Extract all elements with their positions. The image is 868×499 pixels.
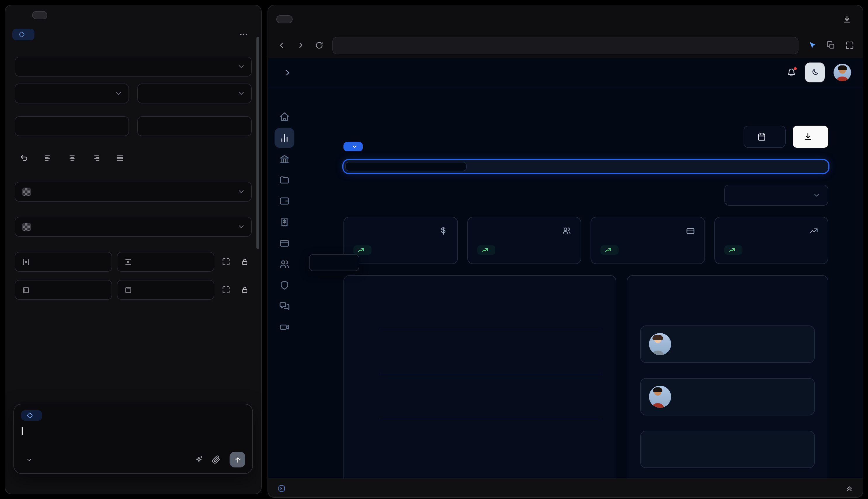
- export-data-button[interactable]: [793, 126, 828, 148]
- sidebar-item-organization[interactable]: [279, 154, 290, 164]
- inspect-cursor-button[interactable]: [804, 38, 819, 53]
- sidebar-item-video[interactable]: [279, 322, 290, 332]
- revenue-card: [344, 275, 616, 479]
- selection-overlay-badge[interactable]: [344, 142, 363, 151]
- tab-reports[interactable]: [586, 162, 706, 171]
- align-right-icon: [91, 154, 100, 162]
- console-expand-button[interactable]: [845, 484, 853, 492]
- align-justify-button[interactable]: [113, 151, 127, 165]
- model-select[interactable]: [22, 456, 33, 463]
- enhance-prompt-button[interactable]: [195, 455, 203, 464]
- letter-spacing-input[interactable]: [137, 116, 252, 136]
- tab-analytics[interactable]: [467, 162, 586, 171]
- send-button[interactable]: [230, 452, 245, 467]
- arrow-right-icon: [296, 41, 305, 50]
- console-bar[interactable]: [268, 478, 863, 497]
- chat-composer[interactable]: [13, 404, 253, 474]
- font-weight-select[interactable]: [15, 84, 129, 104]
- home-icon: [279, 112, 290, 122]
- sidebar-item-analytics[interactable]: [279, 133, 290, 143]
- transaction-row[interactable]: [640, 378, 815, 415]
- sidebar-item-members[interactable]: [279, 259, 290, 269]
- line-height-input[interactable]: [15, 116, 129, 136]
- sidebar-item-invoices[interactable]: [279, 217, 290, 227]
- align-center-button[interactable]: [65, 151, 79, 165]
- attach-file-button[interactable]: [212, 455, 221, 464]
- sidebar-item-security[interactable]: [279, 280, 290, 290]
- moon-icon: [810, 68, 819, 77]
- theme-toggle-button[interactable]: [805, 63, 825, 83]
- tab-code[interactable]: [298, 16, 314, 23]
- align-left-button[interactable]: [41, 151, 55, 165]
- sidebar-item-messages[interactable]: [279, 301, 290, 312]
- reset-alignment-button[interactable]: [17, 151, 31, 165]
- trend-badge: [600, 245, 619, 255]
- tab-preview[interactable]: [276, 15, 293, 23]
- preview-panel: [268, 5, 863, 498]
- trending-up-icon: [481, 246, 488, 254]
- expand-icon: [222, 286, 230, 294]
- padding-x-input[interactable]: [15, 280, 112, 300]
- padding-lock-button[interactable]: [238, 283, 252, 297]
- compare-select[interactable]: [724, 185, 828, 206]
- download-button[interactable]: [839, 12, 855, 27]
- composer-context-chip[interactable]: [21, 410, 42, 421]
- fullscreen-button[interactable]: [842, 38, 857, 53]
- back-button[interactable]: [274, 38, 289, 53]
- no-decoration-button[interactable]: [235, 151, 249, 165]
- lock-icon: [241, 286, 249, 294]
- padding-expand-button[interactable]: [219, 283, 233, 297]
- panel-scrollbar[interactable]: [257, 37, 259, 249]
- selected-component-badge[interactable]: [12, 29, 35, 40]
- chevron-right-icon: [283, 68, 292, 77]
- tab-overview[interactable]: [345, 162, 467, 171]
- tab-chat[interactable]: [13, 12, 27, 19]
- undo-icon: [20, 154, 28, 162]
- tab-notifications[interactable]: [706, 162, 827, 171]
- composer-input[interactable]: [21, 427, 245, 436]
- background-select[interactable]: [15, 217, 252, 236]
- sidebar-item-home[interactable]: [279, 112, 290, 122]
- copy-button[interactable]: [823, 38, 838, 53]
- url-input[interactable]: [332, 37, 798, 54]
- font-family-select[interactable]: [15, 57, 252, 76]
- padding-y-input[interactable]: [117, 280, 214, 300]
- transaction-row[interactable]: [640, 326, 815, 363]
- margin-x-input[interactable]: [15, 252, 112, 272]
- margin-y-input[interactable]: [117, 252, 214, 272]
- padding-vertical-icon: [124, 286, 132, 294]
- cursor-pointer-icon: [808, 41, 816, 50]
- margin-lock-button[interactable]: [238, 255, 252, 269]
- app-navbar: [268, 58, 863, 88]
- user-avatar[interactable]: [833, 64, 851, 82]
- chevron-down-icon: [26, 456, 33, 463]
- calendar-icon: [757, 132, 766, 142]
- video-icon: [279, 322, 290, 332]
- v0-workspace: [0, 0, 868, 499]
- trend-badge: [477, 245, 495, 255]
- italic-button[interactable]: [140, 151, 153, 165]
- chevron-down-icon: [237, 89, 245, 98]
- more-options-button[interactable]: [237, 27, 251, 41]
- underline-button[interactable]: [187, 151, 201, 165]
- align-right-button[interactable]: [89, 151, 103, 165]
- transaction-avatar: [649, 333, 671, 355]
- font-size-select[interactable]: [137, 84, 252, 104]
- tab-design[interactable]: [32, 11, 47, 19]
- stats-grid: [344, 217, 828, 264]
- notifications-button[interactable]: [787, 68, 796, 77]
- strikethrough-button[interactable]: [163, 151, 177, 165]
- margin-expand-button[interactable]: [219, 255, 233, 269]
- sidebar-item-cards[interactable]: [279, 196, 290, 206]
- sidebar-item-payments[interactable]: [279, 238, 290, 248]
- sidebar-toggle-button[interactable]: [280, 65, 295, 80]
- forward-button[interactable]: [293, 38, 308, 53]
- background-swatch: [22, 222, 31, 231]
- section-header: [344, 185, 828, 206]
- color-select[interactable]: [15, 182, 252, 202]
- overline-button[interactable]: [211, 151, 225, 165]
- date-range-picker[interactable]: [744, 126, 786, 148]
- page-header: [344, 126, 828, 149]
- sidebar-item-projects[interactable]: [279, 175, 290, 185]
- refresh-button[interactable]: [311, 38, 326, 53]
